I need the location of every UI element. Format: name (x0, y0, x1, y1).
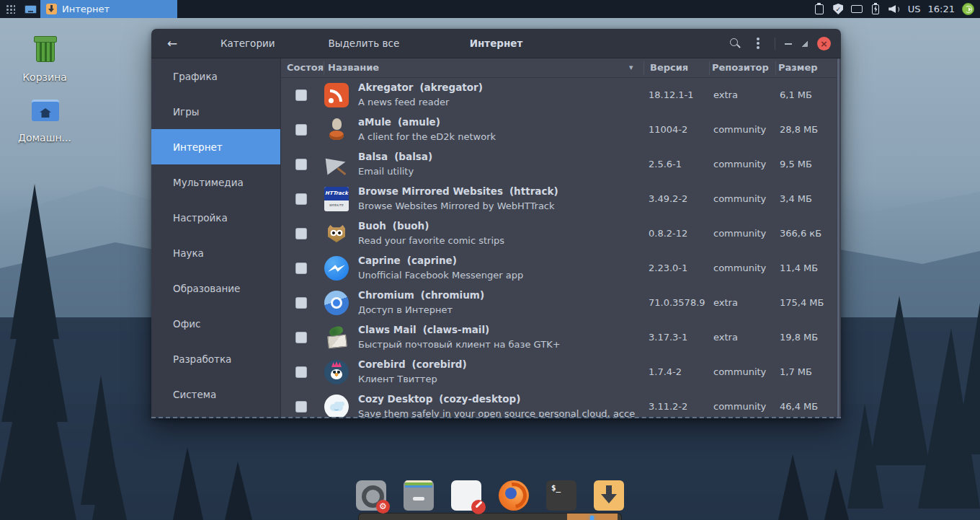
sidebar-item-internet[interactable]: Интернет (151, 129, 280, 164)
package-description: Быстрый почтовый клиент на базе GTK+ (358, 339, 561, 350)
row-checkbox[interactable] (295, 124, 307, 136)
row-checkbox[interactable] (295, 89, 307, 101)
table-row[interactable]: Chromium(chromium) Доступ в Интернет 71.… (281, 286, 841, 320)
sidebar-item-science[interactable]: Наука (151, 235, 280, 270)
dock-peek-bar[interactable] (358, 513, 622, 520)
column-header-version[interactable]: Версия (650, 62, 688, 73)
tray-icon[interactable]: ✓ (832, 3, 845, 15)
package-repository: community (713, 193, 766, 204)
clock[interactable]: 16:21 (928, 4, 955, 14)
desktop-icon-trash[interactable]: Корзина (10, 35, 79, 83)
applications-menu-button[interactable] (0, 0, 20, 18)
titlebar-controls: × (729, 37, 841, 50)
window-title: Интернет (470, 38, 523, 49)
row-checkbox[interactable] (295, 263, 307, 274)
package-id: (httrack) (509, 185, 558, 197)
sidebar-item-graphics[interactable]: Графика (151, 58, 280, 94)
table-row[interactable]: Caprine(caprine) Unofficial Facebook Mes… (281, 251, 841, 286)
column-header-size[interactable]: Размер (778, 62, 818, 73)
package-version: 1.7.4-2 (649, 366, 682, 377)
dock-item-file-manager[interactable] (404, 480, 434, 511)
tray-icon[interactable] (851, 3, 863, 15)
search-icon[interactable] (729, 37, 741, 50)
package-display-name: Claws Mail (358, 324, 416, 335)
desktop-icon-label: Корзина (22, 71, 67, 83)
back-button[interactable]: ← (160, 33, 184, 53)
dock-item-text-editor[interactable] (451, 480, 481, 511)
window-body: Графика Игры Интернет Мультимедиа Настро… (151, 58, 841, 417)
menu-kebab-icon[interactable] (757, 42, 760, 45)
package-name: Akregator(akregator) (358, 81, 483, 93)
table-row[interactable]: aMule(amule) A client for the eD2k netwo… (281, 113, 841, 147)
vertical-scrollbar[interactable] (837, 58, 840, 417)
dock-item-terminal[interactable] (546, 480, 576, 511)
dock (0, 480, 980, 511)
sidebar-item-office[interactable]: Офис (151, 306, 280, 341)
sort-descending-icon[interactable]: ▾ (629, 63, 633, 72)
table-row[interactable]: Claws Mail(claws-mail) Быстрый почтовый … (281, 320, 841, 355)
updates-tray-icon[interactable] (962, 3, 974, 15)
sidebar-item-label: Интернет (173, 141, 223, 153)
row-checkbox[interactable] (295, 228, 307, 239)
sidebar-item-label: Образование (173, 283, 240, 294)
table-row[interactable]: Balsa(balsa) Email utility 2.5.6-1 commu… (281, 147, 841, 182)
desktop: Корзина Домашн... /* positions applied a… (0, 0, 980, 520)
row-checkbox[interactable] (295, 401, 307, 413)
row-checkbox[interactable] (295, 159, 307, 170)
show-desktop-button[interactable] (20, 0, 40, 18)
scrollbar-thumb[interactable] (837, 58, 839, 417)
minimize-button[interactable] (785, 40, 792, 47)
sidebar-item-games[interactable]: Игры (151, 94, 280, 129)
dock-item-firefox[interactable] (499, 480, 529, 511)
package-version: 2.23.0-1 (649, 263, 687, 273)
firefox-icon (499, 480, 529, 511)
table-row[interactable]: Cozy Desktop(cozy-desktop) Save them saf… (281, 389, 841, 417)
sidebar-item-development[interactable]: Разработка (151, 341, 280, 376)
row-checkbox[interactable] (295, 193, 307, 205)
keyboard-layout-indicator[interactable]: US (908, 4, 921, 14)
maximize-button[interactable] (801, 40, 808, 47)
package-name: Balsa(balsa) (358, 151, 432, 162)
sidebar-item-education[interactable]: Образование (151, 270, 280, 306)
select-all-button[interactable]: Выделить все (321, 33, 407, 53)
tray-icon[interactable] (814, 3, 826, 15)
desktop-icon-home[interactable]: Домашн... (10, 95, 79, 144)
package-repository: community (713, 366, 766, 377)
categories-button[interactable]: Категории (213, 33, 282, 53)
row-checkbox[interactable] (295, 297, 307, 309)
column-header-name[interactable]: Название (328, 62, 379, 73)
package-manager-icon (46, 4, 57, 14)
table-rows: Akregator(akregator) A news feed reader … (281, 78, 841, 417)
dock-item-package-manager[interactable] (594, 480, 624, 511)
sidebar-item-settings[interactable]: Настройка (151, 200, 280, 235)
package-display-name: Chromium (358, 289, 414, 301)
table-row[interactable]: Corebird(corebird) Клиент Твиттер 1.7.4-… (281, 355, 841, 389)
package-display-name: Balsa (358, 151, 388, 162)
sidebar-item-multimedia[interactable]: Мультимедиа (151, 164, 280, 200)
tray-icon[interactable] (870, 3, 882, 15)
table-row[interactable]: Akregator(akregator) A news feed reader … (281, 78, 841, 113)
column-header-state[interactable]: Состоя (287, 62, 324, 73)
package-size: 28,8 МБ (780, 124, 818, 135)
sidebar-item-system[interactable]: Система (151, 376, 280, 412)
package-name: aMule(amule) (358, 116, 440, 128)
dock-item-settings-manager[interactable] (356, 480, 386, 511)
package-id: (amule) (398, 116, 440, 128)
package-display-name: Caprine (358, 255, 401, 266)
tray-icon[interactable] (888, 3, 901, 15)
row-checkbox[interactable] (295, 332, 307, 343)
settings-manager-icon (356, 480, 386, 511)
close-button[interactable]: × (817, 37, 831, 50)
table-row[interactable]: Buoh(buoh) Read your favorite comic stri… (281, 216, 841, 251)
package-version: 11004-2 (649, 124, 687, 135)
table-row[interactable]: Browse Mirrored Websites(httrack) Browse… (281, 182, 841, 216)
row-checkbox[interactable] (295, 366, 307, 378)
package-repository: community (713, 159, 766, 169)
category-sidebar: Графика Игры Интернет Мультимедиа Настро… (151, 58, 281, 417)
package-description: Save them safely in your open source per… (358, 408, 635, 417)
package-name: Chromium(chromium) (358, 289, 484, 301)
column-header-repository[interactable]: Репозитор (712, 62, 769, 73)
taskbar-window-button[interactable]: Интернет (40, 0, 177, 18)
dock-indicator-dot (590, 516, 594, 520)
titlebar[interactable]: ← Категории Выделить все Интернет × (151, 29, 841, 58)
